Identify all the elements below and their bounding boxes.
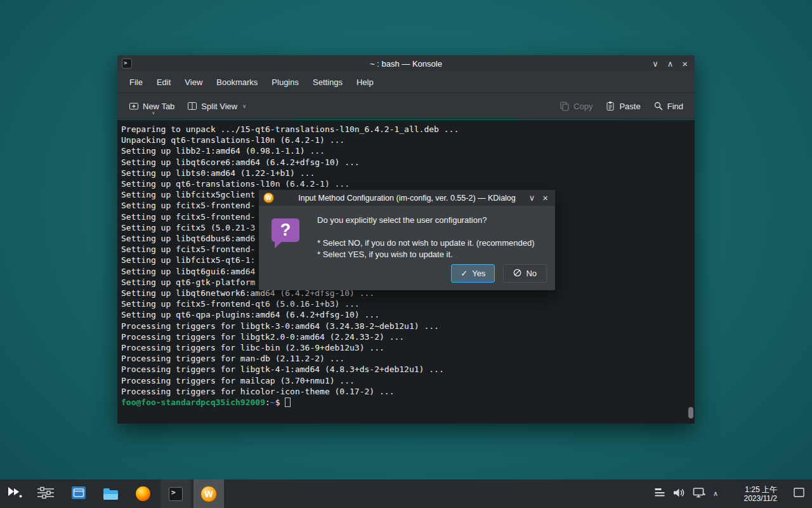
dialog-option-no-text: * Select NO, if you do not wish to updat… [317, 237, 549, 249]
copy-icon [560, 101, 570, 111]
split-view-dropdown-icon[interactable]: ∨ [242, 104, 246, 109]
display-tray-button[interactable] [690, 479, 708, 508]
split-view-icon [187, 101, 197, 111]
terminal-line: Setting up fcitx5-frontend-qt6 (5.0.16-1… [121, 298, 686, 309]
application-launcher-button[interactable] [4, 479, 27, 508]
show-desktop-button[interactable] [794, 479, 804, 508]
terminal-line: Processing triggers for mailcap (3.70+nm… [121, 375, 686, 386]
chevron-up-icon: ∧ [713, 490, 718, 498]
kdialog-window: W Input Method Configuration (im-config,… [259, 190, 555, 290]
minimize-button[interactable]: ∨ [652, 60, 658, 68]
kdialog-app-icon: W [263, 192, 274, 203]
question-icon: ? [272, 218, 299, 242]
new-tab-dropdown-icon[interactable]: ∨ [152, 110, 155, 116]
find-icon [653, 101, 664, 111]
menu-file[interactable]: File [122, 74, 150, 90]
kdialog-logo: W [263, 192, 274, 203]
konsole-glyph: > [122, 58, 132, 69]
prompt-user-host: foo@foo-standardpcq35ich92009 [121, 397, 265, 408]
dialog-option-yes-text: * Select YES, if you wish to update it. [317, 249, 549, 260]
terminal-line: Setting up libts0:amd64 (1.22-1+b1) ... [121, 168, 686, 178]
digital-clock[interactable]: 1:25 上午 2023/11/2 [744, 479, 778, 508]
split-view-label: Split View [201, 102, 237, 111]
new-tab-icon [129, 101, 139, 111]
yes-button-label: Yes [472, 269, 485, 278]
sliders-icon [37, 486, 55, 502]
close-button[interactable]: × [682, 59, 688, 69]
konsole-menubar: File Edit View Bookmarks Plugins Setting… [117, 72, 695, 93]
kdialog-taskbar-icon: W [200, 486, 217, 502]
terminal-line: Processing triggers for libgtk-3-0:amd64… [121, 321, 686, 331]
konsole-taskbar-icon: > [169, 487, 183, 501]
paste-icon [605, 101, 615, 111]
volume-icon [673, 487, 685, 501]
kdialog-body: ? Do you explicitly select the user conf… [259, 206, 555, 290]
terminal-line: Unpacking qt6-translations-l10n (6.4.2-1… [121, 135, 686, 145]
display-icon [693, 487, 705, 501]
volume-tray-button[interactable] [670, 479, 688, 508]
menu-bookmarks[interactable]: Bookmarks [209, 74, 265, 90]
no-button-label: No [526, 269, 537, 278]
firefox-icon [136, 486, 150, 501]
menu-settings[interactable]: Settings [306, 74, 350, 90]
new-tab-label: New Tab [143, 102, 174, 111]
menu-view[interactable]: View [178, 74, 209, 90]
kdialog-titlebar[interactable]: W Input Method Configuration (im-config,… [259, 190, 555, 206]
folder-icon [103, 490, 118, 500]
window-title: ~ : bash — Konsole [117, 59, 695, 69]
find-button[interactable]: Find [648, 97, 688, 115]
terminal-line: Setting up libb2-1:amd64 (0.98.1-1.1) ..… [121, 145, 686, 156]
kdialog-close-button[interactable]: × [542, 193, 548, 203]
file-manager-button[interactable] [95, 479, 126, 508]
terminal-cursor [285, 398, 291, 407]
kdialog-taskbar-button[interactable]: W [193, 479, 224, 508]
terminal-line: Setting up libqt6core6:amd64 (6.4.2+dfsg… [121, 157, 686, 168]
terminal-line: Processing triggers for hicolor-icon-the… [121, 386, 686, 397]
yes-button[interactable]: ✓ Yes [451, 264, 495, 283]
notifications-tray-button[interactable] [651, 479, 669, 508]
split-view-button[interactable]: Split View ∨ [182, 97, 251, 115]
check-icon: ✓ [461, 269, 468, 278]
paste-label: Paste [619, 102, 640, 111]
taskbar-app-blue-window[interactable] [63, 479, 94, 508]
new-tab-button[interactable]: New Tab ∨ [124, 97, 180, 115]
copy-label: Copy [573, 102, 593, 111]
no-entry-icon [513, 269, 521, 279]
konsole-app-icon: > [122, 58, 132, 69]
clock-date: 2023/11/2 [744, 494, 778, 503]
maximize-button[interactable]: ∧ [667, 60, 674, 68]
prompt-path: ~ [270, 397, 275, 408]
terminal-line: Processing triggers for libc-bin (2.36-9… [121, 342, 686, 353]
taskbar: > W [0, 479, 812, 508]
terminal-line: Processing triggers for libgtk2.0-0:amd6… [121, 331, 686, 342]
terminal-prompt: foo@foo-standardpcq35ich92009:~$ [121, 397, 686, 408]
find-label: Find [667, 102, 683, 111]
desktop: > ~ : bash — Konsole ∨ ∧ × File Edit Vie… [0, 0, 812, 508]
copy-button: Copy [554, 97, 598, 115]
task-manager-settings-button[interactable] [33, 479, 58, 508]
expand-tray-button[interactable]: ∧ [708, 479, 723, 508]
menu-edit[interactable]: Edit [150, 74, 178, 90]
kdialog-more-actions-icon[interactable]: ∨ [529, 194, 535, 202]
blue-app-icon [71, 485, 86, 503]
scrollbar-thumb[interactable] [688, 407, 693, 418]
menu-help[interactable]: Help [350, 74, 381, 90]
prompt-dollar: $ [275, 397, 280, 408]
konsole-titlebar[interactable]: > ~ : bash — Konsole ∨ ∧ × [117, 55, 695, 72]
terminal-line: Setting up qt6-translations-l10n (6.4.2-… [121, 178, 686, 189]
clock-time: 1:25 上午 [745, 485, 777, 494]
terminal-line: Preparing to unpack .../15-qt6-translati… [121, 124, 686, 135]
firefox-button[interactable] [128, 479, 158, 508]
paste-button[interactable]: Paste [600, 97, 645, 115]
show-desktop-icon [794, 488, 804, 500]
notifications-icon [654, 487, 665, 501]
kdialog-title: Input Method Configuration (im-config, v… [259, 194, 555, 203]
menu-plugins[interactable]: Plugins [265, 74, 306, 90]
konsole-taskbar-button[interactable]: > [160, 479, 191, 508]
terminal-scrollbar[interactable] [688, 123, 693, 421]
terminal-line: Processing triggers for libgtk-4-1:amd64… [121, 364, 686, 375]
prompt-colon: : [265, 397, 270, 408]
no-button[interactable]: No [503, 264, 547, 283]
dialog-question-text: Do you explicitly select the user config… [317, 215, 549, 226]
konsole-toolbar: New Tab ∨ Split View ∨ Copy [117, 93, 695, 119]
